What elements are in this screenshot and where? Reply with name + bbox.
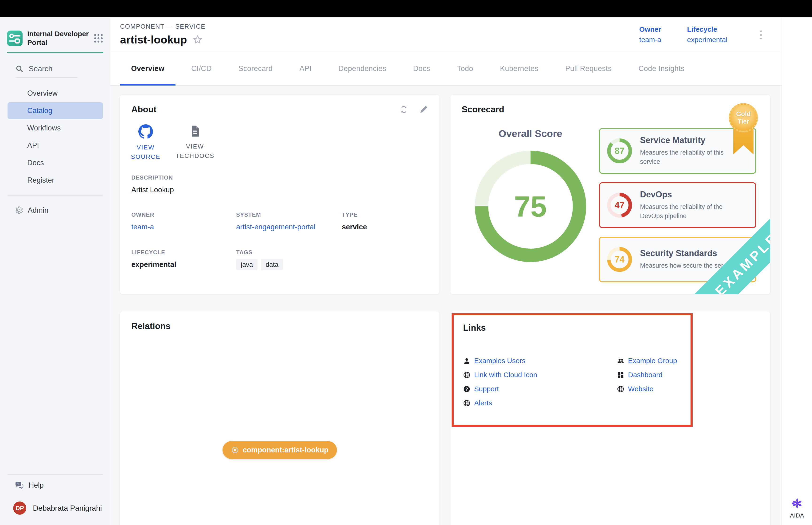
link-example-group[interactable]: Example Group <box>617 357 681 365</box>
overall-donut: 75 <box>475 151 586 262</box>
avatar: DP <box>12 500 27 515</box>
links-card: Links Examples Users Link with Cloud Ico… <box>450 311 770 525</box>
svg-text:?: ? <box>17 482 19 486</box>
overall-score-label: Overall Score <box>499 128 562 139</box>
field-owner: OWNER team-a <box>131 211 236 231</box>
metric-donut: 87 <box>607 138 632 163</box>
portal-logo-icon <box>7 31 22 46</box>
lifecycle-value: experimental <box>687 36 727 44</box>
tag-chip[interactable]: data <box>261 259 283 270</box>
globe-icon <box>463 400 470 407</box>
header-lifecycle: Lifecycle experimental <box>687 25 727 44</box>
metric-donut: 47 <box>607 193 632 217</box>
lifecycle-label: Lifecycle <box>687 25 727 33</box>
help-circle-icon <box>463 386 470 393</box>
right-rail: AIDA <box>782 17 812 525</box>
user-icon <box>463 357 470 364</box>
search-label: Search <box>29 64 52 73</box>
relations-card: Relations component:artist-lookup <box>120 311 439 525</box>
metric-name: DevOps <box>640 190 741 199</box>
help-button[interactable]: ? Help <box>0 481 110 490</box>
sidebar-item-overview[interactable]: Overview <box>7 85 103 102</box>
help-chat-icon: ? <box>15 481 24 490</box>
metric-description: Measures the reliability of the DevOps p… <box>640 202 741 221</box>
more-menu-icon[interactable]: ⋮ <box>753 29 769 40</box>
sidebar-nav: Overview Catalog Workflows API Docs Regi… <box>0 84 110 189</box>
metric-name: Service Maturity <box>640 135 741 145</box>
links-title: Links <box>463 323 681 333</box>
sidebar-search[interactable]: Search <box>0 64 110 73</box>
favorite-star-icon[interactable] <box>192 34 203 45</box>
search-icon <box>16 65 24 73</box>
edit-pencil-icon[interactable] <box>419 105 429 114</box>
techdocs-icon <box>188 124 202 138</box>
description-value: Artist Lookup <box>131 186 428 194</box>
owner-label: Owner <box>639 25 661 33</box>
bottom-divider <box>7 474 103 475</box>
owner-link[interactable]: team-a <box>131 223 236 231</box>
tag-chip[interactable]: java <box>236 259 258 270</box>
system-link[interactable]: artist-engagement-portal <box>236 223 342 231</box>
scorecard-title: Scorecard <box>462 105 756 115</box>
view-source-link[interactable]: VIEW SOURCE <box>128 124 163 162</box>
field-tags: TAGS java data <box>236 249 342 270</box>
browser-top-bar <box>0 0 812 17</box>
link-examples-users[interactable]: Examples Users <box>463 357 617 365</box>
aida-logo-icon[interactable] <box>791 497 803 510</box>
field-type: TYPE service <box>342 211 428 231</box>
tab-todo[interactable]: Todo <box>446 52 484 85</box>
refresh-icon[interactable] <box>399 105 409 115</box>
brand: Internal Developer Portal <box>0 30 110 47</box>
metric-description: Measures the reliability of this service <box>640 148 741 166</box>
breadcrumb: COMPONENT — SERVICE <box>120 23 205 30</box>
link-website[interactable]: Website <box>617 385 681 393</box>
metric-description: Measures how secure the ser <box>640 261 723 270</box>
sidebar-item-register[interactable]: Register <box>7 172 103 189</box>
overall-score-value: 75 <box>514 190 547 223</box>
about-title: About <box>131 105 428 115</box>
link-dashboard[interactable]: Dashboard <box>617 371 681 379</box>
apps-grid-icon[interactable] <box>93 33 103 43</box>
tab-scorecard[interactable]: Scorecard <box>227 52 284 85</box>
aida-label: AIDA <box>790 512 804 519</box>
globe-icon <box>617 386 624 393</box>
tab-docs[interactable]: Docs <box>402 52 441 85</box>
gear-icon <box>15 206 23 214</box>
view-techdocs-label: VIEW TECHDOCS <box>175 142 215 161</box>
entity-tabs: Overview CI/CD Scorecard API Dependencie… <box>110 52 782 86</box>
user-name: Debabrata Panigrahi <box>33 504 102 512</box>
tab-code-insights[interactable]: Code Insights <box>627 52 695 85</box>
tab-overview[interactable]: Overview <box>120 52 175 85</box>
tab-dependencies[interactable]: Dependencies <box>327 52 397 85</box>
link-support[interactable]: Support <box>463 385 617 393</box>
sidebar-item-workflows[interactable]: Workflows <box>7 120 103 137</box>
group-icon <box>617 357 624 364</box>
relation-node-label: component:artist-lookup <box>243 446 328 454</box>
nav-divider <box>7 195 103 196</box>
view-source-label: VIEW SOURCE <box>128 142 163 162</box>
header-owner: Owner team-a <box>639 25 661 44</box>
dashboard-icon <box>617 371 624 379</box>
metric-service-maturity[interactable]: 87 Service Maturity Measures the reliabi… <box>599 128 756 174</box>
user-menu[interactable]: DP Debabrata Panigrahi <box>0 500 110 515</box>
sidebar-item-catalog[interactable]: Catalog <box>7 102 103 119</box>
field-lifecycle: LIFECYCLE experimental <box>131 249 236 270</box>
tab-api[interactable]: API <box>289 52 323 85</box>
relation-node-chip[interactable]: component:artist-lookup <box>223 441 337 459</box>
tab-kubernetes[interactable]: Kubernetes <box>489 52 550 85</box>
metric-name: Security Standards <box>640 249 723 258</box>
tab-pull-requests[interactable]: Pull Requests <box>554 52 623 85</box>
owner-value[interactable]: team-a <box>639 36 661 44</box>
sidebar-item-admin[interactable]: Admin <box>0 202 110 219</box>
gold-tier-badge: Gold Tier <box>729 103 758 132</box>
link-alerts[interactable]: Alerts <box>463 399 617 407</box>
page-title: artist-lookup <box>120 33 187 46</box>
link-with-cloud-icon[interactable]: Link with Cloud Icon <box>463 371 617 379</box>
tab-cicd[interactable]: CI/CD <box>180 52 223 85</box>
globe-icon <box>463 371 470 379</box>
view-techdocs-link[interactable]: VIEW TECHDOCS <box>178 124 213 162</box>
metric-devops[interactable]: 47 DevOps Measures the reliability of th… <box>599 182 756 228</box>
sidebar-item-api[interactable]: API <box>7 137 103 154</box>
lifecycle-value: experimental <box>131 260 236 269</box>
sidebar-item-docs[interactable]: Docs <box>7 154 103 171</box>
